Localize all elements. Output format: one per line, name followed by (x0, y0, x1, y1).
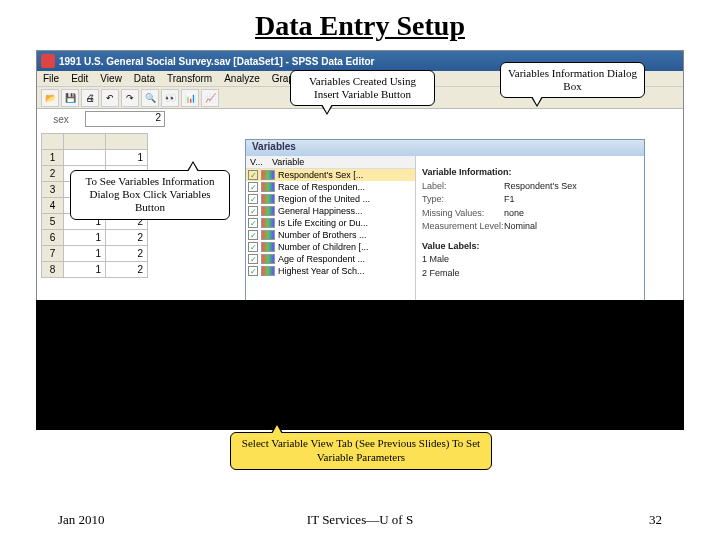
value-labels-header: Value Labels: (422, 240, 638, 254)
checkbox-icon[interactable]: ✓ (248, 194, 258, 204)
slide-footer: Jan 2010 IT Services—U of S 32 (0, 512, 720, 528)
scale-icon (261, 254, 275, 264)
scale-icon (261, 242, 275, 252)
callout-variables-created: Variables Created Using Insert Variable … (290, 70, 435, 106)
list-item: ✓Highest Year of Sch... (246, 265, 415, 277)
checkbox-icon[interactable]: ✓ (248, 170, 258, 180)
table-row: 812 (42, 262, 148, 278)
active-cell-value[interactable]: 2 (85, 111, 165, 127)
callout-click-variables-button: To See Variables Information Dialog Box … (70, 170, 230, 220)
value-label: 1 Male (422, 253, 638, 267)
col-header-visible: V... (250, 157, 272, 167)
list-item: ✓Number of Children [... (246, 241, 415, 253)
scale-icon (261, 206, 275, 216)
redaction-overlay (36, 300, 684, 430)
toolbar-insert-variable-icon[interactable]: 📊 (181, 89, 199, 107)
checkbox-icon[interactable]: ✓ (248, 254, 258, 264)
toolbar-save-icon[interactable]: 💾 (61, 89, 79, 107)
checkbox-icon[interactable]: ✓ (248, 206, 258, 216)
table-row: 712 (42, 246, 148, 262)
checkbox-icon[interactable]: ✓ (248, 266, 258, 276)
toolbar-open-icon[interactable]: 📂 (41, 89, 59, 107)
info-header: Variable Information: (422, 166, 638, 180)
menu-analyze[interactable]: Analyze (224, 73, 260, 84)
scale-icon (261, 170, 275, 180)
toolbar-chart-icon[interactable]: 📈 (201, 89, 219, 107)
checkbox-icon[interactable]: ✓ (248, 230, 258, 240)
col-header-variable: Variable (272, 157, 304, 167)
list-item: ✓Respondent's Sex [... (246, 169, 415, 181)
active-var-label: sex (41, 114, 81, 125)
menu-transform[interactable]: Transform (167, 73, 212, 84)
table-row: 612 (42, 230, 148, 246)
callout-variables-info-box: Variables Information Dialog Box (500, 62, 645, 98)
scale-icon (261, 194, 275, 204)
menu-data[interactable]: Data (134, 73, 155, 84)
list-item: ✓Region of the United ... (246, 193, 415, 205)
toolbar-redo-icon[interactable]: ↷ (121, 89, 139, 107)
scale-icon (261, 218, 275, 228)
cell-reference: sex 2 (41, 111, 165, 127)
scale-icon (261, 230, 275, 240)
menu-file[interactable]: File (43, 73, 59, 84)
scale-icon (261, 182, 275, 192)
list-item: ✓Number of Brothers ... (246, 229, 415, 241)
checkbox-icon[interactable]: ✓ (248, 182, 258, 192)
value-label: 2 Female (422, 267, 638, 281)
slide-title: Data Entry Setup (0, 10, 720, 42)
toolbar-find-icon[interactable]: 🔍 (141, 89, 159, 107)
table-row: 11 (42, 150, 148, 166)
toolbar-undo-icon[interactable]: ↶ (101, 89, 119, 107)
menu-edit[interactable]: Edit (71, 73, 88, 84)
dialog-title: Variables (246, 140, 644, 156)
toolbar-print-icon[interactable]: 🖨 (81, 89, 99, 107)
footer-center: IT Services—U of S (0, 512, 720, 528)
list-item: ✓Age of Respondent ... (246, 253, 415, 265)
callout-variable-view-tab: Select Variable View Tab (See Previous S… (230, 432, 492, 470)
list-item: ✓General Happiness... (246, 205, 415, 217)
scale-icon (261, 266, 275, 276)
list-item: ✓Race of Responden... (246, 181, 415, 193)
toolbar-binoculars-icon[interactable]: 👀 (161, 89, 179, 107)
menu-view[interactable]: View (100, 73, 122, 84)
checkbox-icon[interactable]: ✓ (248, 218, 258, 228)
app-icon (41, 54, 55, 68)
checkbox-icon[interactable]: ✓ (248, 242, 258, 252)
list-item: ✓Is Life Exciting or Du... (246, 217, 415, 229)
